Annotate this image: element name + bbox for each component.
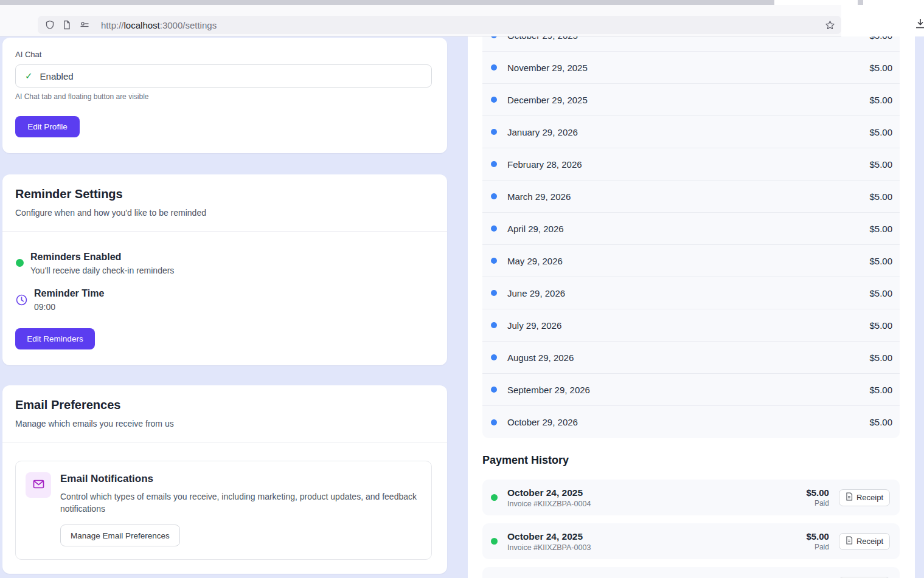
site-permissions-icon[interactable] xyxy=(79,20,90,30)
list-tabs-icon[interactable]: ⌄ xyxy=(875,0,893,1)
upcoming-row: February 28, 2026 $5.00 xyxy=(482,148,900,181)
upcoming-row: September 29, 2026 $5.00 xyxy=(482,374,900,406)
url-text[interactable]: http://localhost:3000/settings xyxy=(101,20,217,30)
tab-close-icon[interactable]: × xyxy=(335,0,339,1)
edit-profile-button[interactable]: Edit Profile xyxy=(15,116,80,137)
divider xyxy=(2,231,447,232)
check-icon: ✓ xyxy=(25,71,33,81)
upcoming-amount: $5.00 xyxy=(869,127,892,137)
browser-tab-strip: ✳ Claude × ❋ ChatGPT × ✴ Perplexity × ✦ … xyxy=(0,0,924,5)
blue-dot-icon xyxy=(491,225,497,232)
upcoming-date: October 29, 2025 xyxy=(507,36,578,41)
payment-info: October 24, 2025 Invoice #KIIXZBPA-0004 xyxy=(507,487,591,508)
tab-youtube[interactable]: ▶ (937) YouTub × xyxy=(431,0,515,5)
manage-email-preferences-button[interactable]: Manage Email Preferences xyxy=(60,525,180,546)
tab-google-calendar[interactable]: Google Calen × xyxy=(603,0,686,5)
blue-dot-icon xyxy=(491,290,497,296)
upcoming-date: November 29, 2025 xyxy=(507,63,588,73)
email-preferences-card: Email Preferences Manage which emails yo… xyxy=(2,385,447,574)
upcoming-amount: $5.00 xyxy=(869,63,892,73)
address-bar[interactable]: http://localhost:3000/settings xyxy=(38,16,841,34)
tab-feeltrack[interactable]: Feeltrack × xyxy=(517,0,600,5)
payment-status: Paid xyxy=(806,543,829,551)
bookmark-star-icon[interactable] xyxy=(825,20,835,30)
blue-dot-icon xyxy=(491,129,497,135)
receipt-button[interactable]: Receipt xyxy=(839,489,890,506)
upcoming-amount: $5.00 xyxy=(869,95,892,105)
payment-info: October 24, 2025 Invoice #KIIXZBPA-0003 xyxy=(507,531,591,552)
reminder-time-value: 09:00 xyxy=(34,302,55,312)
tab-perplexity[interactable]: ✴ Perplexity × xyxy=(174,0,257,5)
download-icon[interactable] xyxy=(914,18,924,32)
tab-close-icon[interactable]: × xyxy=(249,0,254,1)
upcoming-date: February 28, 2026 xyxy=(507,159,582,170)
url-scheme: http:// xyxy=(101,20,124,30)
reminder-card-title: Reminder Settings xyxy=(15,187,123,201)
upcoming-row: November 29, 2025 $5.00 xyxy=(482,52,900,84)
upcoming-date: December 29, 2025 xyxy=(507,95,588,105)
tab-project[interactable]: Project - Sett × xyxy=(689,0,772,5)
upcoming-amount: $5.00 xyxy=(869,320,892,331)
tab-close-icon[interactable]: × xyxy=(678,0,683,1)
tab-close-icon[interactable]: × xyxy=(420,0,425,1)
billing-panel: October 29, 2025 $5.00 November 29, 2025… xyxy=(468,36,915,578)
upcoming-row: July 29, 2026 $5.00 xyxy=(482,309,900,342)
payment-history-list: October 24, 2025 Invoice #KIIXZBPA-0004 … xyxy=(482,480,900,578)
shield-icon[interactable] xyxy=(45,20,55,30)
browser-toolbar: http://localhost:3000/settings xyxy=(0,5,841,36)
tab-google-gemini[interactable]: ✦ Google Gemi × xyxy=(260,0,343,5)
upcoming-amount: $5.00 xyxy=(869,224,892,234)
upcoming-amount: $5.00 xyxy=(869,256,892,266)
blue-dot-icon xyxy=(491,354,497,360)
settings-page: AI Chat ✓ Enabled AI Chat tab and floati… xyxy=(0,36,924,578)
edit-reminders-button[interactable]: Edit Reminders xyxy=(15,328,95,349)
url-path: :3000/settings xyxy=(160,20,217,30)
tab-claude[interactable]: ✳ Claude × xyxy=(2,0,86,5)
upcoming-date: September 29, 2026 xyxy=(507,385,590,395)
blue-dot-icon xyxy=(491,64,497,71)
tab-close-icon[interactable]: × xyxy=(763,0,768,1)
upcoming-date: August 29, 2026 xyxy=(507,353,574,363)
upcoming-date: July 29, 2026 xyxy=(507,320,561,331)
tab-close-icon[interactable]: × xyxy=(163,0,168,1)
green-dot-icon xyxy=(491,494,498,501)
payment-invoice: Invoice #KIIXZBPA-0003 xyxy=(507,543,591,552)
upcoming-date: October 29, 2026 xyxy=(507,417,578,427)
page-info-icon[interactable] xyxy=(62,20,72,30)
payment-invoice: Invoice #KIIXZBPA-0004 xyxy=(507,500,591,508)
tab-whatsapp[interactable]: ✆ (56) WhatsAp × xyxy=(346,0,429,5)
ai-chat-label: AI Chat xyxy=(15,50,41,59)
blue-dot-icon xyxy=(491,97,497,103)
receipt-icon xyxy=(846,536,853,546)
tab-close-icon[interactable]: × xyxy=(592,0,597,1)
reminder-settings-card: Reminder Settings Configure when and how… xyxy=(2,174,447,365)
new-tab-button[interactable]: + xyxy=(860,0,875,1)
url-host: localhost xyxy=(124,20,160,30)
upcoming-row: October 29, 2025 $5.00 xyxy=(482,36,900,52)
receipt-icon xyxy=(846,492,853,503)
tab-close-icon[interactable]: × xyxy=(849,0,854,1)
upcoming-row: March 29, 2026 $5.00 xyxy=(482,181,900,213)
tab-chatgpt[interactable]: ❋ ChatGPT × xyxy=(88,0,172,5)
reminders-enabled-dot xyxy=(16,259,24,267)
blue-dot-icon xyxy=(491,161,497,167)
receipt-button[interactable]: Receipt xyxy=(839,533,890,550)
payment-date: October 24, 2025 xyxy=(507,487,591,498)
upcoming-amount: $5.00 xyxy=(869,353,892,363)
blue-dot-icon xyxy=(491,193,497,199)
payment-amount: $5.00 xyxy=(806,531,829,542)
tab-feeltrack-active[interactable]: Feeltrack × xyxy=(774,0,858,5)
reminders-enabled-desc: You'll receive daily check-in reminders xyxy=(30,266,174,275)
reminders-enabled-title: Reminders Enabled xyxy=(30,252,121,263)
payment-amount-block: $5.00 Paid xyxy=(806,531,829,551)
payment-row: October 22, 2025 $5.00 Receipt xyxy=(482,567,900,578)
ai-chat-select[interactable]: ✓ Enabled xyxy=(15,64,432,88)
upcoming-amount: $5.00 xyxy=(869,385,892,395)
payment-history-title: Payment History xyxy=(482,454,569,467)
upcoming-payments-list: October 29, 2025 $5.00 November 29, 2025… xyxy=(482,36,900,438)
blue-dot-icon xyxy=(491,387,497,393)
upcoming-row: January 29, 2026 $5.00 xyxy=(482,116,900,148)
tab-close-icon[interactable]: × xyxy=(77,0,82,1)
green-dot-icon xyxy=(491,538,498,545)
tab-close-icon[interactable]: × xyxy=(506,0,511,1)
